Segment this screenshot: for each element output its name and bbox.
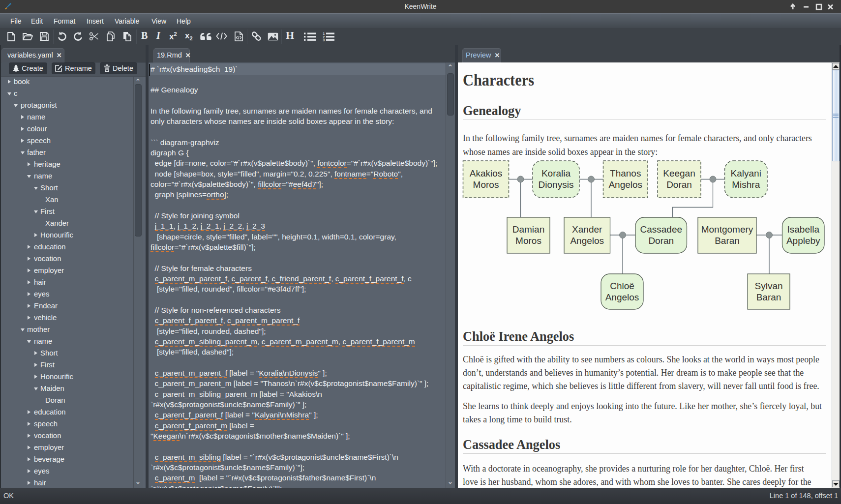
svg-text:Chloë: Chloë (610, 281, 634, 291)
svg-text:Dionysis: Dionysis (539, 179, 574, 190)
svg-text:Keegan: Keegan (663, 168, 695, 178)
svg-text:Angelos: Angelos (605, 292, 639, 302)
svg-text:Cassadee: Cassadee (640, 224, 682, 235)
svg-text:Mishra: Mishra (732, 179, 760, 190)
svg-text:Montgomery: Montgomery (701, 224, 753, 235)
svg-text:Appleby: Appleby (786, 236, 820, 246)
svg-text:Thanos: Thanos (610, 168, 641, 178)
svg-text:Doran: Doran (648, 236, 674, 246)
svg-text:Xander: Xander (572, 224, 602, 235)
svg-text:Moros: Moros (515, 236, 541, 246)
svg-text:Sylvan: Sylvan (754, 281, 782, 291)
svg-text:Koralia: Koralia (541, 168, 571, 178)
svg-text:Akakios: Akakios (470, 168, 503, 178)
svg-text:Isabella: Isabella (787, 224, 820, 235)
svg-text:3: 3 (323, 38, 325, 41)
svg-text:Baran: Baran (715, 236, 740, 246)
svg-text:Angelos: Angelos (608, 179, 642, 190)
svg-text:Baran: Baran (756, 292, 781, 302)
svg-text:Damian: Damian (512, 224, 544, 235)
svg-text:Angelos: Angelos (570, 236, 604, 246)
svg-text:Doran: Doran (666, 179, 692, 190)
svg-text:Moros: Moros (473, 179, 499, 190)
svg-text:Kalyani: Kalyani (731, 168, 761, 178)
